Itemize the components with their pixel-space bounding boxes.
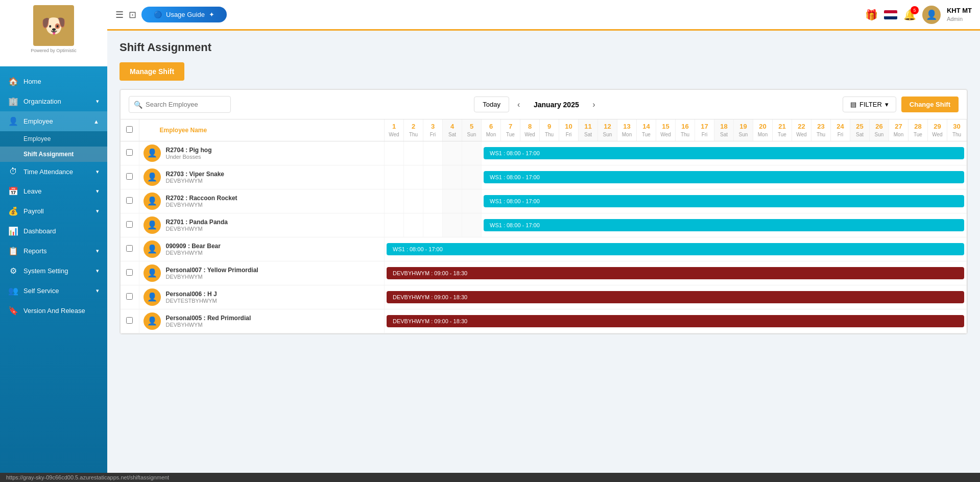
shift-bar[interactable]: DEVBYHWYM : 09:00 - 18:30 bbox=[387, 315, 964, 327]
table-row: 👤 Personal007 : Yellow Primordial DEVBYH… bbox=[121, 261, 967, 285]
sidebar-item-leave[interactable]: 📅 Leave ▾ bbox=[0, 181, 107, 201]
system-setting-icon: ⚙ bbox=[8, 266, 18, 276]
row-checkbox-5[interactable] bbox=[126, 269, 133, 276]
row-checkbox-1[interactable] bbox=[126, 173, 133, 180]
shift-cell[interactable]: WS1 : 08:00 - 17:00 bbox=[482, 189, 967, 213]
notification-btn[interactable]: 🔔 5 bbox=[903, 9, 916, 21]
search-input[interactable] bbox=[129, 96, 231, 113]
gift-icon-btn[interactable]: 🎁 bbox=[865, 9, 878, 21]
sidebar-item-system-setting[interactable]: ⚙ System Setting ▾ bbox=[0, 261, 107, 281]
employee-name: R2702 : Raccoon Rocket bbox=[166, 195, 237, 202]
shift-cell[interactable]: DEVBYHWYM : 09:00 - 18:30 bbox=[385, 309, 967, 333]
sidebar-item-shift-assignment[interactable]: Shift Assignment bbox=[0, 147, 107, 162]
schedule-container: Employee Name 1 Wed 2 Thu 3 Fri 4 Sat 5 … bbox=[120, 119, 967, 334]
day-header-12: 12 Sun bbox=[598, 119, 617, 141]
change-shift-button[interactable]: Change Shift bbox=[901, 97, 959, 112]
employee-dept: DEVBYHWYM bbox=[166, 178, 225, 184]
schedule-table: Employee Name 1 Wed 2 Thu 3 Fri 4 Sat 5 … bbox=[121, 119, 967, 333]
sidebar-label-self-service: Self Service bbox=[23, 287, 91, 295]
user-role: Admin bbox=[947, 15, 972, 22]
row-checkbox-7[interactable] bbox=[126, 317, 133, 324]
shift-cell[interactable]: DEVBYHWYM : 09:00 - 18:30 bbox=[385, 261, 967, 285]
sidebar-item-organization[interactable]: 🏢 Organization ▾ bbox=[0, 91, 107, 111]
shift-bar[interactable]: WS1 : 08:00 - 17:00 bbox=[387, 243, 964, 255]
day-header-28: 28 Tue bbox=[909, 119, 928, 141]
sidebar-label-dashboard: Dashboard bbox=[23, 227, 99, 235]
day-header-8: 8 Wed bbox=[520, 119, 540, 141]
row-checkbox-0[interactable] bbox=[126, 149, 133, 156]
language-flag[interactable] bbox=[884, 10, 897, 19]
sidebar-item-home[interactable]: 🏠 Home bbox=[0, 71, 107, 91]
shift-cell[interactable]: WS1 : 08:00 - 17:00 bbox=[482, 141, 967, 165]
day-header-11: 11 Sat bbox=[579, 119, 598, 141]
sidebar-item-reports[interactable]: 📋 Reports ▾ bbox=[0, 241, 107, 261]
shift-cell[interactable]: WS1 : 08:00 - 17:00 bbox=[482, 165, 967, 189]
notification-badge: 5 bbox=[911, 6, 919, 14]
row-checkbox-3[interactable] bbox=[126, 221, 133, 228]
time-attendance-icon: ⏱ bbox=[8, 167, 18, 176]
sidebar: 🐶 Powered by Optimistic 🏠 Home 🏢 Organiz… bbox=[0, 0, 107, 482]
shift-bar[interactable]: WS1 : 08:00 - 17:00 bbox=[484, 147, 964, 159]
filter-chevron-icon: ▾ bbox=[885, 101, 889, 108]
employee-name: Personal007 : Yellow Primordial bbox=[166, 267, 258, 274]
employee-cell: 👤 Personal005 : Red Primordial DEVBYHWYM bbox=[139, 309, 385, 333]
employee-avatar: 👤 bbox=[144, 168, 161, 186]
topbar-right: 🎁 🔔 5 👤 KHT MT Admin bbox=[865, 6, 972, 24]
shift-bar[interactable]: WS1 : 08:00 - 17:00 bbox=[484, 171, 964, 183]
sidebar-item-payroll[interactable]: 💰 Payroll ▾ bbox=[0, 201, 107, 221]
shift-cell[interactable]: WS1 : 08:00 - 17:00 bbox=[482, 213, 967, 237]
sidebar-item-employee[interactable]: 👤 Employee ▲ bbox=[0, 111, 107, 131]
sidebar-item-dashboard[interactable]: 📊 Dashboard bbox=[0, 221, 107, 241]
employee-name: R2703 : Viper Snake bbox=[166, 171, 225, 178]
manage-shift-tab[interactable]: Manage Shift bbox=[119, 62, 184, 81]
employee-avatar: 👤 bbox=[144, 240, 161, 258]
day-header-15: 15 Wed bbox=[656, 119, 676, 141]
employee-dept: DEVBYHWYM bbox=[166, 226, 228, 232]
shift-cell[interactable]: WS1 : 08:00 - 17:00 bbox=[385, 237, 967, 261]
powered-by-label: Powered by Optimistic bbox=[31, 48, 77, 54]
shift-bar[interactable]: DEVBYHWYM : 09:00 - 18:30 bbox=[387, 291, 964, 303]
usage-guide-button[interactable]: 🔵 Usage Guide ✦ bbox=[141, 7, 227, 22]
shift-cell[interactable]: DEVBYHWYM : 09:00 - 18:30 bbox=[385, 285, 967, 309]
day-header-17: 17 Fri bbox=[695, 119, 714, 141]
shift-bar[interactable]: WS1 : 08:00 - 17:00 bbox=[484, 219, 964, 231]
sidebar-item-self-service[interactable]: 👥 Self Service ▾ bbox=[0, 281, 107, 301]
prev-month-button[interactable]: ‹ bbox=[513, 98, 524, 111]
day-header-2: 2 Thu bbox=[404, 119, 423, 141]
statusbar-url: https://gray-sky-09c66cd00.5.azurestatic… bbox=[6, 474, 169, 480]
day-header-4: 4 Sat bbox=[443, 119, 462, 141]
employee-avatar: 👤 bbox=[144, 192, 161, 210]
chevron-down-icon: ▾ bbox=[96, 268, 99, 274]
main-area: ☰ ⊡ 🔵 Usage Guide ✦ 🎁 🔔 5 👤 KHT MT Admin… bbox=[107, 0, 980, 482]
today-button[interactable]: Today bbox=[474, 97, 509, 112]
sidebar-item-employee-sub[interactable]: Employee bbox=[0, 131, 107, 147]
shift-bar[interactable]: DEVBYHWYM : 09:00 - 18:30 bbox=[387, 267, 964, 279]
sidebar-item-time-attendance[interactable]: ⏱ Time Attendance ▾ bbox=[0, 162, 107, 181]
employee-avatar: 👤 bbox=[144, 216, 161, 234]
day-header-22: 22 Wed bbox=[792, 119, 811, 141]
filter-button[interactable]: ▤ FILTER ▾ bbox=[843, 97, 896, 112]
shift-bar[interactable]: WS1 : 08:00 - 17:00 bbox=[484, 195, 964, 207]
next-month-button[interactable]: › bbox=[588, 98, 599, 111]
sidebar-item-version-release[interactable]: 🔖 Version And Release bbox=[0, 301, 107, 321]
row-checkbox-4[interactable] bbox=[126, 245, 133, 252]
user-info: KHT MT Admin bbox=[947, 7, 972, 22]
employee-dept: Under Bosses bbox=[166, 154, 212, 160]
employee-cell: 👤 R2701 : Panda Panda DEVBYHWYM bbox=[139, 213, 385, 237]
sidebar-logo: 🐶 Powered by Optimistic bbox=[0, 0, 107, 66]
select-all-checkbox[interactable] bbox=[126, 126, 133, 133]
day-header-13: 13 Mon bbox=[617, 119, 637, 141]
home-icon: 🏠 bbox=[8, 77, 18, 86]
user-avatar[interactable]: 👤 bbox=[922, 6, 941, 24]
row-checkbox-2[interactable] bbox=[126, 197, 133, 204]
chevron-up-icon: ▲ bbox=[93, 118, 99, 125]
row-checkbox-6[interactable] bbox=[126, 293, 133, 300]
employee-name: R2701 : Panda Panda bbox=[166, 219, 228, 226]
sidebar-label-version-release: Version And Release bbox=[23, 307, 99, 315]
day-header-20: 20 Mon bbox=[753, 119, 773, 141]
chevron-down-icon: ▾ bbox=[96, 98, 99, 105]
employee-dept: DEVBYHWYM bbox=[166, 274, 258, 280]
layout-icon[interactable]: ⊡ bbox=[129, 9, 136, 20]
menu-icon[interactable]: ☰ bbox=[115, 9, 124, 20]
day-header-7: 7 Tue bbox=[501, 119, 520, 141]
